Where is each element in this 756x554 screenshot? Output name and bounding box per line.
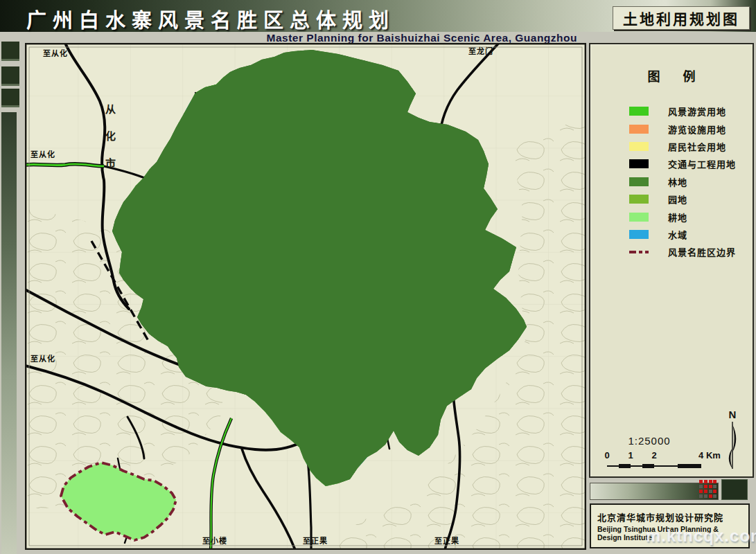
road-destination-label: 至正果 (434, 535, 459, 546)
map-sheet-title-box: 土地利用规划图 (613, 6, 750, 30)
legend-item: 林地 (590, 173, 753, 190)
edge-block (1, 66, 19, 86)
legend-title: 图 例 (590, 66, 753, 84)
legend-item: 游览设施用地 (590, 120, 753, 137)
road-destination-label: 至从化 (30, 352, 55, 364)
scale-tick-label: 2 (651, 450, 656, 461)
north-arrow: N (721, 409, 744, 472)
scale-tick-label: 1 (628, 450, 633, 461)
footer-dark-block (721, 479, 748, 500)
legend-color-swatch (629, 230, 649, 239)
legend-color-swatch (629, 159, 649, 168)
legend-item-label: 水域 (668, 228, 687, 241)
legend-item-label: 居民社会用地 (668, 140, 726, 153)
legend-item: 风景名胜区边界 (590, 243, 753, 260)
north-label: N (721, 409, 744, 420)
road-destination-label: 至从化 (43, 47, 68, 58)
legend-items: 风景游赏用地游览设施用地居民社会用地交通与工程用地林地园地耕地水域风景名胜区边界 (590, 102, 753, 261)
legend-item-label: 园地 (668, 193, 687, 206)
watermark: m.ktncqx.com (646, 526, 756, 546)
legend-boundary-line (629, 251, 649, 253)
legend-item: 水域 (590, 226, 753, 243)
institute-logo (698, 479, 717, 500)
map-canvas: 从化市 至从化至从化至从化至龙门至小楼至正果至正果 (25, 43, 586, 550)
scale-tick-label: 4 Km (698, 450, 721, 461)
scale-ratio: 1:25000 (590, 435, 708, 447)
legend-item: 居民社会用地 (590, 138, 753, 155)
edge-bar (1, 112, 17, 554)
road-destination-label: 至龙门 (468, 45, 493, 56)
legend-item-label: 风景名胜区边界 (668, 245, 736, 258)
legend-item: 交通与工程用地 (590, 155, 753, 172)
road-destination-label: 至小楼 (202, 535, 227, 546)
legend-color-swatch (629, 213, 649, 222)
page-title: 广州白水寨风景名胜区总体规划 (26, 4, 395, 33)
map-sheet-title: 土地利用规划图 (623, 8, 739, 28)
legend-item-label: 交通与工程用地 (668, 157, 736, 170)
legend-item-label: 游览设施用地 (668, 123, 726, 136)
scale-tick-label: 0 (604, 450, 609, 461)
institute-name-cn: 北京清华城市规划设计研究院 (597, 510, 742, 524)
legend-color-swatch (629, 107, 649, 116)
legend-item: 园地 (590, 190, 753, 208)
north-arrow-glyph (724, 420, 741, 470)
road-destination-label: 至从化 (30, 148, 55, 159)
legend-color-swatch (629, 195, 649, 204)
city-label: 从化市 (103, 104, 117, 185)
legend-item-label: 风景游赏用地 (668, 105, 726, 118)
legend-item: 风景游赏用地 (590, 102, 753, 120)
legend-item-label: 耕地 (668, 211, 687, 224)
scalebar-labels: 0124 Km (607, 450, 725, 460)
scale-bar (607, 463, 701, 471)
edge-block (1, 42, 19, 61)
road-destination-label: 至正果 (303, 535, 328, 546)
page-background: 广州白水寨风景名胜区总体规划 土地利用规划图 Master Planning f… (0, 0, 756, 554)
legend-color-swatch (629, 177, 649, 186)
edge-block (1, 89, 19, 107)
legend-color-swatch (629, 125, 649, 134)
legend-item: 耕地 (590, 208, 753, 225)
legend-item-label: 林地 (668, 175, 687, 188)
legend-panel: 图 例 风景游赏用地游览设施用地居民社会用地交通与工程用地林地园地耕地水域风景名… (589, 43, 754, 478)
legend-color-swatch (629, 142, 649, 151)
